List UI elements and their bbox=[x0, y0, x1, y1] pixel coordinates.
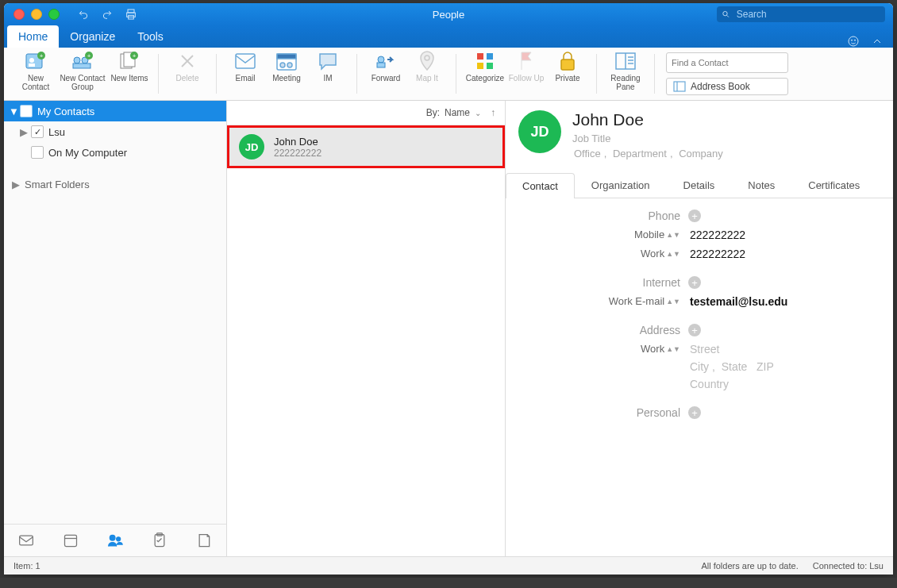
svg-text:+: + bbox=[87, 52, 91, 60]
add-internet-icon[interactable]: + bbox=[688, 276, 701, 289]
svg-line-4 bbox=[727, 15, 729, 17]
list-sort-header[interactable]: By: Name ⌄ ↑ bbox=[227, 101, 505, 125]
svg-rect-15 bbox=[73, 63, 90, 68]
internet-section: Internet + Work E-mail▲▼ testemail@lsu.e… bbox=[529, 276, 869, 308]
people-nav-icon[interactable] bbox=[106, 532, 124, 549]
sidebar-my-contacts[interactable]: ▼ My Contacts bbox=[4, 101, 226, 121]
new-items-button[interactable]: + New Items bbox=[109, 50, 150, 96]
print-icon[interactable] bbox=[125, 8, 137, 21]
add-phone-icon[interactable]: + bbox=[688, 209, 701, 222]
tab-certificates[interactable]: Certificates bbox=[791, 172, 876, 198]
svg-point-7 bbox=[854, 40, 855, 40]
new-contact-group-button[interactable]: + New Contact Group bbox=[56, 50, 109, 96]
categorize-button[interactable]: Categorize bbox=[464, 50, 506, 96]
stepper-icon[interactable]: ▲▼ bbox=[666, 233, 680, 237]
tab-organize[interactable]: Organize bbox=[59, 25, 126, 48]
status-item-count: Item: 1 bbox=[13, 561, 40, 571]
sidebar-item-on-my-computer[interactable]: On My Computer bbox=[4, 142, 226, 163]
svg-rect-30 bbox=[377, 63, 385, 67]
follow-up-button: Follow Up bbox=[506, 50, 547, 96]
status-bar: Item: 1 All folders are up to date. Conn… bbox=[4, 556, 893, 575]
work-phone-value[interactable]: 222222222 bbox=[690, 248, 745, 260]
add-address-icon[interactable]: + bbox=[688, 324, 701, 336]
app-window: People Home Organize Tools + New Contact… bbox=[4, 3, 893, 575]
status-sync: All folders are up to date. bbox=[701, 561, 798, 571]
contact-list-item[interactable]: JD John Doe 222222222 bbox=[227, 125, 505, 168]
contact-name[interactable]: John Doe bbox=[572, 110, 725, 129]
tab-contact[interactable]: Contact bbox=[506, 173, 575, 198]
job-title-field[interactable]: Job Title bbox=[572, 133, 725, 144]
zoom-window-icon[interactable] bbox=[48, 9, 60, 20]
stepper-icon[interactable]: ▲▼ bbox=[666, 252, 680, 256]
svg-rect-0 bbox=[128, 10, 134, 13]
office-dept-company[interactable]: Office, Department, Company bbox=[572, 148, 725, 159]
checkbox-icon[interactable] bbox=[31, 146, 44, 159]
svg-text:+: + bbox=[133, 52, 137, 60]
meeting-button[interactable]: Meeting bbox=[266, 50, 307, 96]
add-personal-icon[interactable]: + bbox=[688, 406, 701, 419]
email-button[interactable]: Email bbox=[225, 50, 266, 96]
street-field[interactable]: Street bbox=[690, 343, 774, 355]
tab-details[interactable]: Details bbox=[667, 172, 732, 198]
sidebar-smart-folders[interactable]: ▶ Smart Folders bbox=[4, 174, 226, 194]
status-connected: Connected to: Lsu bbox=[813, 561, 884, 571]
global-search-input[interactable] bbox=[735, 8, 880, 21]
global-search[interactable] bbox=[717, 6, 885, 22]
ribbon: + New Contact + New Contact Group + New … bbox=[4, 48, 893, 101]
close-window-icon[interactable] bbox=[13, 9, 25, 20]
sort-ascending-icon[interactable]: ↑ bbox=[491, 107, 495, 118]
mobile-value[interactable]: 222222222 bbox=[690, 229, 745, 241]
detail-tabs: Contact Organization Details Notes Certi… bbox=[506, 172, 893, 198]
svg-text:+: + bbox=[40, 52, 44, 60]
svg-rect-44 bbox=[20, 536, 33, 545]
new-contact-button[interactable]: + New Contact bbox=[15, 50, 56, 96]
svg-point-27 bbox=[280, 63, 285, 67]
feedback-icon[interactable] bbox=[847, 35, 860, 48]
tab-home[interactable]: Home bbox=[7, 25, 59, 48]
avatar: JD bbox=[518, 110, 561, 153]
svg-point-3 bbox=[723, 11, 727, 15]
redo-icon[interactable] bbox=[101, 8, 114, 21]
checkbox-icon[interactable] bbox=[20, 105, 33, 117]
svg-rect-45 bbox=[65, 535, 77, 546]
notes-nav-icon[interactable] bbox=[195, 532, 213, 549]
private-button[interactable]: Private bbox=[547, 50, 588, 96]
collapse-ribbon-icon[interactable] bbox=[871, 35, 884, 48]
contact-detail: JD John Doe Job Title Office, Department… bbox=[506, 101, 893, 556]
sidebar-item-lsu[interactable]: ▶ Lsu bbox=[4, 121, 226, 142]
tab-organization[interactable]: Organization bbox=[575, 172, 667, 198]
svg-point-6 bbox=[851, 40, 852, 40]
svg-point-9 bbox=[29, 58, 34, 63]
stepper-icon[interactable]: ▲▼ bbox=[666, 347, 680, 352]
forward-button[interactable]: Forward bbox=[365, 50, 406, 96]
svg-point-5 bbox=[849, 37, 858, 46]
svg-rect-26 bbox=[277, 54, 296, 59]
search-icon bbox=[722, 10, 730, 19]
svg-point-28 bbox=[287, 63, 292, 67]
svg-point-29 bbox=[378, 56, 384, 63]
reading-pane-button[interactable]: Reading Pane bbox=[605, 50, 646, 96]
contact-list: By: Name ⌄ ↑ JD John Doe 222222222 bbox=[227, 101, 506, 556]
svg-rect-34 bbox=[477, 63, 483, 69]
window-controls bbox=[4, 9, 60, 20]
im-button[interactable]: IM bbox=[307, 50, 348, 96]
tab-tools[interactable]: Tools bbox=[126, 25, 175, 48]
find-contact-input[interactable] bbox=[666, 52, 788, 73]
tab-notes[interactable]: Notes bbox=[731, 172, 791, 198]
address-book-button[interactable]: Address Book bbox=[666, 78, 788, 95]
undo-icon[interactable] bbox=[77, 8, 90, 21]
stepper-icon[interactable]: ▲▼ bbox=[666, 299, 680, 304]
tasks-nav-icon[interactable] bbox=[151, 532, 168, 549]
checkbox-icon[interactable] bbox=[31, 125, 44, 138]
nav-switcher bbox=[4, 524, 226, 556]
svg-point-48 bbox=[117, 537, 121, 541]
country-field[interactable]: Country bbox=[690, 378, 774, 390]
address-section: Address + Work▲▼ Street City , State ZIP bbox=[529, 324, 869, 390]
calendar-nav-icon[interactable] bbox=[62, 532, 79, 549]
mail-nav-icon[interactable] bbox=[17, 532, 35, 549]
minimize-window-icon[interactable] bbox=[31, 9, 42, 20]
svg-rect-33 bbox=[487, 53, 493, 60]
work-email-value[interactable]: testemail@lsu.edu bbox=[690, 295, 787, 308]
personal-section: Personal + bbox=[529, 406, 869, 419]
svg-rect-42 bbox=[674, 82, 685, 91]
